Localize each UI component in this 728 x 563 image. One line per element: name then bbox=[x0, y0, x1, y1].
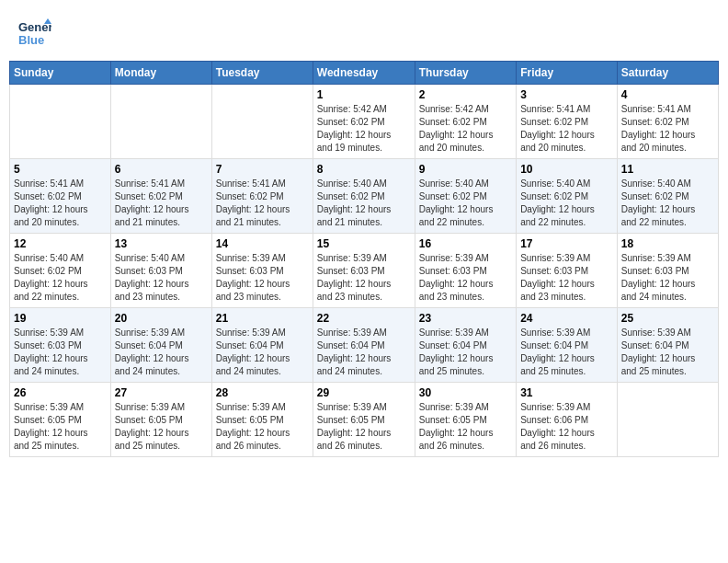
day-number: 28 bbox=[216, 386, 309, 399]
calendar-cell: 9Sunrise: 5:40 AM Sunset: 6:02 PM Daylig… bbox=[415, 159, 516, 234]
day-info: Sunrise: 5:39 AM Sunset: 6:03 PM Dayligh… bbox=[317, 252, 411, 304]
calendar-subtitle bbox=[9, 53, 719, 61]
calendar-cell: 19Sunrise: 5:39 AM Sunset: 6:03 PM Dayli… bbox=[10, 308, 111, 383]
calendar-week-4: 19Sunrise: 5:39 AM Sunset: 6:03 PM Dayli… bbox=[10, 308, 719, 383]
calendar-cell: 3Sunrise: 5:41 AM Sunset: 6:02 PM Daylig… bbox=[517, 85, 618, 159]
calendar-header: SundayMondayTuesdayWednesdayThursdayFrid… bbox=[10, 62, 719, 85]
day-number: 26 bbox=[14, 386, 107, 399]
day-number: 29 bbox=[317, 386, 411, 399]
calendar-cell: 26Sunrise: 5:39 AM Sunset: 6:05 PM Dayli… bbox=[10, 383, 111, 457]
calendar-cell: 4Sunrise: 5:41 AM Sunset: 6:02 PM Daylig… bbox=[617, 85, 718, 159]
calendar-cell bbox=[617, 383, 718, 457]
day-number: 19 bbox=[14, 312, 107, 325]
day-info: Sunrise: 5:41 AM Sunset: 6:02 PM Dayligh… bbox=[14, 178, 107, 229]
day-number: 8 bbox=[317, 163, 411, 176]
day-number: 5 bbox=[14, 163, 107, 176]
day-info: Sunrise: 5:40 AM Sunset: 6:02 PM Dayligh… bbox=[317, 178, 411, 229]
day-info: Sunrise: 5:39 AM Sunset: 6:05 PM Dayligh… bbox=[317, 401, 411, 453]
day-info: Sunrise: 5:39 AM Sunset: 6:04 PM Dayligh… bbox=[419, 327, 512, 378]
day-number: 30 bbox=[419, 386, 512, 399]
calendar-cell bbox=[10, 85, 111, 159]
calendar-cell: 8Sunrise: 5:40 AM Sunset: 6:02 PM Daylig… bbox=[313, 159, 415, 234]
day-info: Sunrise: 5:40 AM Sunset: 6:02 PM Dayligh… bbox=[621, 178, 714, 229]
weekday-header-tuesday: Tuesday bbox=[211, 62, 313, 85]
day-number: 20 bbox=[115, 312, 208, 325]
day-info: Sunrise: 5:40 AM Sunset: 6:02 PM Dayligh… bbox=[14, 252, 107, 304]
calendar-table: SundayMondayTuesdayWednesdayThursdayFrid… bbox=[9, 61, 719, 457]
day-number: 18 bbox=[621, 237, 714, 250]
day-info: Sunrise: 5:40 AM Sunset: 6:02 PM Dayligh… bbox=[419, 178, 512, 229]
calendar-cell: 22Sunrise: 5:39 AM Sunset: 6:04 PM Dayli… bbox=[313, 308, 415, 383]
day-info: Sunrise: 5:40 AM Sunset: 6:02 PM Dayligh… bbox=[520, 178, 613, 229]
svg-text:Blue: Blue bbox=[18, 33, 44, 47]
calendar-cell: 12Sunrise: 5:40 AM Sunset: 6:02 PM Dayli… bbox=[10, 234, 111, 308]
day-info: Sunrise: 5:41 AM Sunset: 6:02 PM Dayligh… bbox=[520, 103, 613, 155]
calendar-week-5: 26Sunrise: 5:39 AM Sunset: 6:05 PM Dayli… bbox=[10, 383, 719, 457]
day-number: 17 bbox=[520, 237, 613, 250]
calendar-cell: 29Sunrise: 5:39 AM Sunset: 6:05 PM Dayli… bbox=[313, 383, 415, 457]
calendar-cell: 17Sunrise: 5:39 AM Sunset: 6:03 PM Dayli… bbox=[517, 234, 618, 308]
day-info: Sunrise: 5:41 AM Sunset: 6:02 PM Dayligh… bbox=[621, 103, 714, 155]
day-number: 16 bbox=[419, 237, 512, 250]
day-number: 21 bbox=[216, 312, 309, 325]
day-number: 22 bbox=[317, 312, 411, 325]
calendar-cell bbox=[110, 85, 211, 159]
day-info: Sunrise: 5:41 AM Sunset: 6:02 PM Dayligh… bbox=[115, 178, 208, 229]
day-info: Sunrise: 5:39 AM Sunset: 6:04 PM Dayligh… bbox=[520, 327, 613, 378]
day-info: Sunrise: 5:39 AM Sunset: 6:03 PM Dayligh… bbox=[14, 327, 107, 378]
weekday-header-friday: Friday bbox=[517, 62, 618, 85]
calendar-cell: 23Sunrise: 5:39 AM Sunset: 6:04 PM Dayli… bbox=[415, 308, 516, 383]
day-info: Sunrise: 5:39 AM Sunset: 6:05 PM Dayligh… bbox=[419, 401, 512, 453]
calendar-cell: 2Sunrise: 5:42 AM Sunset: 6:02 PM Daylig… bbox=[415, 85, 516, 159]
weekday-header-thursday: Thursday bbox=[415, 62, 516, 85]
weekday-header-saturday: Saturday bbox=[617, 62, 718, 85]
day-info: Sunrise: 5:42 AM Sunset: 6:02 PM Dayligh… bbox=[317, 103, 411, 155]
calendar-cell: 11Sunrise: 5:40 AM Sunset: 6:02 PM Dayli… bbox=[617, 159, 718, 234]
day-info: Sunrise: 5:39 AM Sunset: 6:05 PM Dayligh… bbox=[216, 401, 309, 453]
logo: General Blue bbox=[18, 17, 55, 50]
day-number: 10 bbox=[520, 163, 613, 176]
calendar-cell: 21Sunrise: 5:39 AM Sunset: 6:04 PM Dayli… bbox=[211, 308, 313, 383]
day-info: Sunrise: 5:39 AM Sunset: 6:06 PM Dayligh… bbox=[520, 401, 613, 453]
day-info: Sunrise: 5:42 AM Sunset: 6:02 PM Dayligh… bbox=[419, 103, 512, 155]
day-number: 31 bbox=[520, 386, 613, 399]
day-number: 25 bbox=[621, 312, 714, 325]
calendar-cell: 5Sunrise: 5:41 AM Sunset: 6:02 PM Daylig… bbox=[10, 159, 111, 234]
day-number: 3 bbox=[520, 88, 613, 101]
calendar-week-1: 1Sunrise: 5:42 AM Sunset: 6:02 PM Daylig… bbox=[10, 85, 719, 159]
calendar-week-3: 12Sunrise: 5:40 AM Sunset: 6:02 PM Dayli… bbox=[10, 234, 719, 308]
calendar-cell: 25Sunrise: 5:39 AM Sunset: 6:04 PM Dayli… bbox=[617, 308, 718, 383]
day-number: 11 bbox=[621, 163, 714, 176]
day-info: Sunrise: 5:39 AM Sunset: 6:03 PM Dayligh… bbox=[520, 252, 613, 304]
day-info: Sunrise: 5:40 AM Sunset: 6:03 PM Dayligh… bbox=[115, 252, 208, 304]
calendar-cell: 14Sunrise: 5:39 AM Sunset: 6:03 PM Dayli… bbox=[211, 234, 313, 308]
day-number: 9 bbox=[419, 163, 512, 176]
weekday-header-monday: Monday bbox=[110, 62, 211, 85]
weekday-header-sunday: Sunday bbox=[10, 62, 111, 85]
day-info: Sunrise: 5:39 AM Sunset: 6:04 PM Dayligh… bbox=[621, 327, 714, 378]
day-number: 14 bbox=[216, 237, 309, 250]
calendar-cell: 27Sunrise: 5:39 AM Sunset: 6:05 PM Dayli… bbox=[110, 383, 211, 457]
calendar-cell: 30Sunrise: 5:39 AM Sunset: 6:05 PM Dayli… bbox=[415, 383, 516, 457]
calendar-cell: 31Sunrise: 5:39 AM Sunset: 6:06 PM Dayli… bbox=[517, 383, 618, 457]
day-number: 6 bbox=[115, 163, 208, 176]
day-info: Sunrise: 5:39 AM Sunset: 6:04 PM Dayligh… bbox=[115, 327, 208, 378]
day-number: 24 bbox=[520, 312, 613, 325]
calendar-cell: 24Sunrise: 5:39 AM Sunset: 6:04 PM Dayli… bbox=[517, 308, 618, 383]
calendar-cell bbox=[211, 85, 313, 159]
day-info: Sunrise: 5:39 AM Sunset: 6:04 PM Dayligh… bbox=[216, 327, 309, 378]
day-info: Sunrise: 5:39 AM Sunset: 6:03 PM Dayligh… bbox=[419, 252, 512, 304]
day-number: 27 bbox=[115, 386, 208, 399]
day-info: Sunrise: 5:39 AM Sunset: 6:03 PM Dayligh… bbox=[216, 252, 309, 304]
day-number: 7 bbox=[216, 163, 309, 176]
calendar-cell: 18Sunrise: 5:39 AM Sunset: 6:03 PM Dayli… bbox=[617, 234, 718, 308]
day-number: 23 bbox=[419, 312, 512, 325]
calendar-cell: 28Sunrise: 5:39 AM Sunset: 6:05 PM Dayli… bbox=[211, 383, 313, 457]
day-info: Sunrise: 5:39 AM Sunset: 6:05 PM Dayligh… bbox=[115, 401, 208, 453]
calendar-cell: 13Sunrise: 5:40 AM Sunset: 6:03 PM Dayli… bbox=[110, 234, 211, 308]
day-number: 15 bbox=[317, 237, 411, 250]
calendar-cell: 16Sunrise: 5:39 AM Sunset: 6:03 PM Dayli… bbox=[415, 234, 516, 308]
day-info: Sunrise: 5:41 AM Sunset: 6:02 PM Dayligh… bbox=[216, 178, 309, 229]
page-header: General Blue bbox=[9, 9, 719, 53]
calendar-cell: 6Sunrise: 5:41 AM Sunset: 6:02 PM Daylig… bbox=[110, 159, 211, 234]
